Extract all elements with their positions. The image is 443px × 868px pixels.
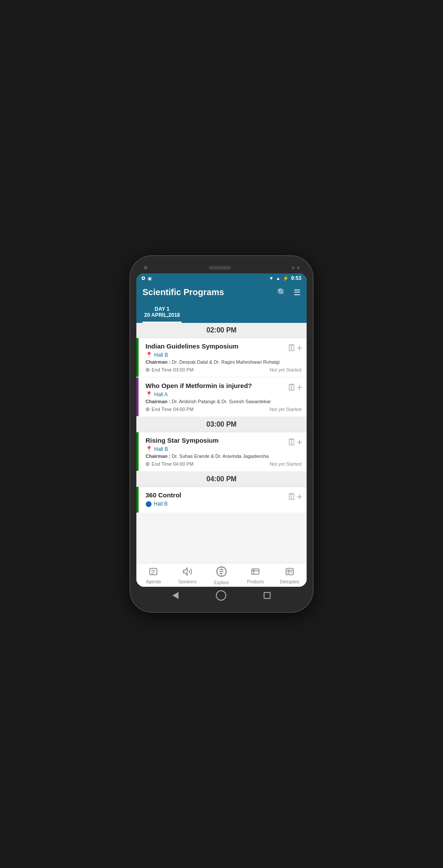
status-badge-3: Not yet Started	[270, 461, 301, 467]
session-hall-3: 📍 Hall B	[145, 446, 301, 452]
hall-name-4: Hall B	[154, 501, 168, 507]
date-label: 20 APRIL,2018	[144, 312, 180, 318]
chairman-name-1: Dr. Deepak Dalal & Dr. Ragini Maheshwari…	[172, 359, 280, 365]
phone-bottom-bar	[136, 587, 307, 604]
session-card-4[interactable]: 🗓+ 360 Control ⬤ Hall B	[136, 487, 307, 513]
header-icons: 🔍 ☰	[277, 288, 301, 297]
time-header-2: 03:00 PM	[136, 417, 307, 432]
time-header-1: 02:00 PM	[136, 323, 307, 338]
filter-button[interactable]: ☰	[294, 288, 301, 297]
wifi-icon: ▼	[269, 276, 274, 281]
day-label: DAY 1	[144, 306, 180, 312]
content-area[interactable]: 02:00 PM 🗓+ Indian Guidelines Symposium …	[136, 323, 307, 563]
sensor-dot-2	[297, 266, 300, 269]
location-pin-icon-3: 📍	[145, 446, 152, 452]
hall-name-1: Hall B	[154, 352, 168, 358]
session-chairman-1: Chairman : Dr. Deepak Dalal & Dr. Ragini…	[145, 359, 301, 365]
speakers-label: Speakers	[178, 579, 196, 584]
session-footer-1: ◍ End Time 03:00 PM Not yet Started	[145, 367, 301, 372]
phone-shell: ▣ ▼ ▲ ⚡ 9:53 Scientific Programs 🔍 ☰ DAY…	[130, 256, 313, 612]
chairman-name-2: Dr. Ambrish Patange & Dr. Suresh Sawarde…	[172, 399, 271, 404]
add-to-calendar-btn-3[interactable]: 🗓+	[287, 437, 302, 448]
phone-speaker	[209, 266, 231, 270]
session-card-3[interactable]: 🗓+ Rising Star Symposium 📍 Hall B Chairm…	[136, 432, 307, 471]
nav-item-products[interactable]: Products	[238, 567, 272, 584]
status-circle-icon	[142, 276, 145, 280]
session-footer-2: ◍ End Time 04:00 PM Not yet Started	[145, 406, 301, 412]
end-time-text-2: End Time 04:00 PM	[152, 407, 194, 412]
phone-sensors	[292, 266, 300, 269]
home-button[interactable]	[216, 590, 226, 601]
agenda-icon	[149, 567, 158, 579]
session-chairman-3: Chairman : Dr. Suhas Erande & Dr. Aravin…	[145, 454, 301, 459]
recent-button[interactable]	[264, 592, 271, 599]
status-badge-1: Not yet Started	[270, 367, 301, 372]
chairman-label-2: Chairman :	[145, 399, 170, 404]
phone-camera	[143, 266, 148, 270]
signal-icon: ▲	[276, 276, 281, 281]
location-pin-icon-2: 📍	[145, 391, 152, 398]
nav-item-speakers[interactable]: Speakers	[170, 567, 204, 584]
end-time-text-3: End Time 04:00 PM	[152, 461, 194, 467]
session-card-1[interactable]: 🗓+ Indian Guidelines Symposium 📍 Hall B …	[136, 338, 307, 377]
session-chairman-2: Chairman : Dr. Ambrish Patange & Dr. Sur…	[145, 399, 301, 404]
svg-point-15	[288, 570, 289, 572]
clock-icon-2: ◍	[145, 406, 150, 412]
explore-label: Explore	[214, 580, 229, 585]
session-title-1: Indian Guidelines Symposium	[145, 342, 301, 350]
session-hall-1: 📍 Hall B	[145, 352, 301, 358]
nav-item-agenda[interactable]: Agenda	[136, 567, 170, 584]
session-footer-3: ◍ End Time 04:00 PM Not yet Started	[145, 461, 301, 467]
session-hall-4: ⬤ Hall B	[145, 500, 301, 507]
back-button[interactable]	[172, 592, 179, 599]
chairman-name-3: Dr. Suhas Erande & Dr. Aravinda Jagadees…	[172, 454, 269, 459]
session-title-2: Who Open if Metformin is injured?	[145, 382, 301, 389]
add-to-calendar-btn-2[interactable]: 🗓+	[287, 382, 302, 393]
hall-name-3: Hall B	[154, 446, 168, 452]
bottom-nav: Agenda Speakers	[136, 563, 307, 587]
delegates-label: Delegates	[280, 579, 299, 584]
svg-rect-14	[286, 569, 294, 575]
sd-card-icon: ▣	[148, 276, 152, 281]
session-card-2[interactable]: 🗓+ Who Open if Metformin is injured? 📍 H…	[136, 378, 307, 416]
nav-item-explore[interactable]: Explore	[205, 566, 238, 585]
end-time-3: ◍ End Time 04:00 PM	[145, 461, 194, 467]
day-tab-item[interactable]: DAY 1 20 APRIL,2018	[142, 306, 182, 323]
time-header-3: 04:00 PM	[136, 472, 307, 487]
battery-icon: ⚡	[283, 276, 289, 281]
search-button[interactable]: 🔍	[277, 288, 287, 297]
end-time-text-1: End Time 03:00 PM	[152, 367, 194, 372]
speakers-icon	[183, 567, 192, 579]
clock-icon-1: ◍	[145, 367, 150, 372]
session-hall-2: 📍 Hall A	[145, 391, 301, 398]
phone-top-bar	[136, 264, 307, 273]
session-title-4: 360 Control	[145, 491, 301, 499]
svg-rect-11	[252, 569, 259, 575]
nav-item-delegates[interactable]: Delegates	[273, 567, 307, 584]
status-bar: ▣ ▼ ▲ ⚡ 9:53	[136, 273, 307, 283]
agenda-label: Agenda	[146, 579, 161, 584]
screen: ▣ ▼ ▲ ⚡ 9:53 Scientific Programs 🔍 ☰ DAY…	[136, 273, 307, 587]
app-title: Scientific Programs	[142, 287, 224, 297]
location-pin-icon-4: ⬤	[145, 500, 152, 507]
clock-icon-3: ◍	[145, 461, 150, 467]
status-badge-2: Not yet Started	[270, 407, 301, 412]
status-left: ▣	[142, 276, 152, 281]
add-to-calendar-btn-1[interactable]: 🗓+	[287, 342, 302, 354]
chairman-label-1: Chairman :	[145, 359, 170, 365]
add-to-calendar-btn-4[interactable]: 🗓+	[287, 491, 302, 503]
svg-marker-4	[183, 568, 187, 575]
sensor-dot	[292, 266, 294, 269]
explore-icon	[216, 566, 227, 579]
status-time: 9:53	[291, 275, 301, 281]
day-tab: DAY 1 20 APRIL,2018	[136, 302, 307, 323]
delegates-icon	[285, 567, 294, 579]
hall-name-2: Hall A	[154, 391, 168, 398]
end-time-2: ◍ End Time 04:00 PM	[145, 406, 194, 412]
status-right: ▼ ▲ ⚡ 9:53	[269, 275, 301, 281]
end-time-1: ◍ End Time 03:00 PM	[145, 367, 194, 372]
app-header: Scientific Programs 🔍 ☰	[136, 283, 307, 302]
session-title-3: Rising Star Symposium	[145, 437, 301, 444]
location-pin-icon-1: 📍	[145, 352, 152, 358]
products-label: Products	[247, 579, 264, 584]
